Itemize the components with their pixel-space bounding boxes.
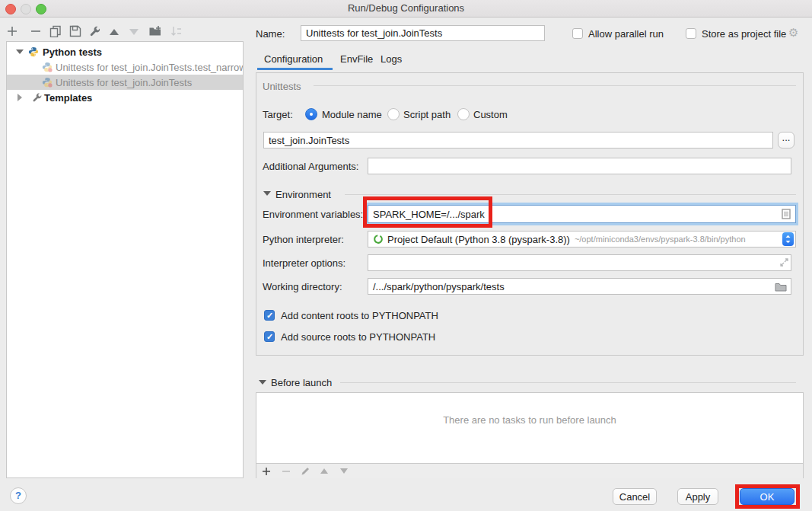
select-stepper[interactable] (782, 232, 794, 246)
environment-section-label: Environment (275, 189, 331, 200)
interpreter-options-label: Interpreter options: (263, 257, 345, 269)
expand-icon[interactable] (18, 94, 22, 101)
ok-button[interactable]: OK (740, 488, 794, 505)
folder-icon[interactable] (775, 282, 787, 292)
tree-item-label: Python tests (43, 46, 102, 58)
allow-parallel-run-label: Allow parallel run (588, 28, 664, 40)
tree-item-test-narrow[interactable]: Unittests for test_join.JoinTests.test_n… (7, 59, 243, 75)
allow-parallel-run-checkbox[interactable] (572, 28, 583, 39)
browse-button[interactable]: ... (778, 132, 794, 149)
tree-item-templates[interactable]: Templates (7, 90, 243, 105)
copy-configuration-icon[interactable] (49, 25, 62, 37)
python-test-icon (42, 77, 53, 88)
edit-templates-icon[interactable] (89, 25, 101, 37)
apply-button[interactable]: Apply (677, 488, 718, 505)
tree-item-label: Templates (44, 92, 92, 104)
move-up-icon[interactable] (110, 29, 119, 35)
before-launch-label: Before launch (271, 377, 332, 388)
additional-arguments-label: Additional Arguments: (263, 161, 358, 172)
expand-field-icon[interactable] (779, 257, 789, 267)
store-as-project-file-label: Store as project file (702, 28, 786, 40)
name-input[interactable] (301, 25, 545, 41)
tree-item-jointests-selected[interactable]: Unittests for test_join.JoinTests (7, 75, 243, 90)
module-name-input[interactable] (263, 132, 773, 149)
environment-collapse-icon[interactable] (263, 191, 271, 196)
target-custom-radio[interactable] (457, 108, 470, 120)
working-directory-input[interactable]: /.../spark/python/pyspark/tests (368, 278, 791, 295)
remove-task-icon[interactable] (282, 467, 291, 476)
store-as-project-file-checkbox[interactable] (686, 28, 696, 39)
save-configuration-icon[interactable] (69, 25, 81, 37)
target-module-name-label: Module name (322, 109, 382, 120)
unittests-section-label: Unittests (263, 81, 301, 92)
add-source-roots-checkbox[interactable] (264, 331, 275, 342)
configurations-tree: Python tests Unittests for test_join.Joi… (6, 41, 244, 478)
before-launch-empty-text: There are no tasks to run before launch (256, 414, 803, 426)
tab-configuration[interactable]: Configuration (264, 53, 323, 65)
add-task-icon[interactable] (262, 467, 271, 476)
window-title: Run/Debug Configurations (0, 0, 812, 17)
target-script-path-label: Script path (403, 109, 451, 120)
python-icon (28, 46, 39, 57)
active-tab-underline (257, 68, 333, 70)
before-launch-collapse-icon[interactable] (259, 380, 266, 385)
environment-variables-label: Environment variables: (263, 209, 363, 220)
tree-item-label: Unittests for test_join.JoinTests.test_n… (56, 62, 244, 73)
add-icon[interactable] (7, 26, 18, 37)
working-directory-label: Working directory: (263, 281, 342, 292)
python-interpreter-select[interactable]: Project Default (Python 3.8 (pyspark-3.8… (368, 231, 796, 248)
remove-icon[interactable] (30, 26, 41, 37)
python-interpreter-path: ~/opt/miniconda3/envs/pyspark-3.8/bin/py… (575, 235, 746, 244)
python-interpreter-value: Project Default (Python 3.8 (pyspark-3.8… (387, 234, 570, 245)
tree-item-label: Unittests for test_join.JoinTests (56, 77, 192, 88)
add-source-roots-label: Add source roots to PYTHONPATH (281, 331, 435, 343)
tab-envfile[interactable]: EnvFile (340, 53, 373, 65)
environment-variables-value: SPARK_HOME=/.../spark (373, 209, 485, 220)
target-custom-label: Custom (473, 109, 508, 120)
name-label: Name: (256, 28, 285, 40)
conda-environment-icon (373, 234, 384, 244)
python-test-icon (42, 62, 53, 72)
add-content-roots-label: Add content roots to PYTHONPATH (281, 310, 438, 321)
new-folder-icon[interactable] (148, 25, 162, 37)
unittests-separator (314, 85, 796, 86)
browse-variables-icon[interactable] (782, 209, 791, 219)
python-interpreter-label: Python interpreter: (263, 234, 344, 245)
cancel-button[interactable]: Cancel (613, 488, 657, 505)
edit-task-icon[interactable] (301, 466, 310, 476)
environment-variables-input[interactable]: SPARK_HOME=/.../spark (368, 205, 796, 223)
before-launch-panel: There are no tasks to run before launch (256, 392, 804, 478)
tree-item-python-tests[interactable]: Python tests (7, 44, 243, 59)
add-content-roots-checkbox[interactable] (264, 310, 275, 321)
title-bar: Run/Debug Configurations (0, 0, 812, 18)
environment-separator (345, 194, 796, 195)
move-down-icon[interactable] (129, 29, 139, 35)
run-debug-configurations-dialog: Run/Debug Configurations Python tests Un… (0, 0, 812, 511)
additional-arguments-input[interactable] (368, 158, 791, 174)
gear-icon[interactable]: ⚙ (788, 26, 798, 40)
tab-logs[interactable]: Logs (381, 53, 402, 65)
target-script-path-radio[interactable] (387, 108, 400, 120)
target-label: Target: (263, 109, 293, 120)
collapse-icon[interactable] (16, 50, 24, 54)
sort-alphabetically-icon[interactable] (170, 25, 183, 37)
working-directory-value: /.../spark/python/pyspark/tests (373, 281, 505, 292)
templates-wrench-icon (32, 92, 43, 103)
move-task-up-icon[interactable] (320, 468, 328, 474)
before-launch-separator (340, 382, 796, 383)
help-button[interactable]: ? (10, 487, 27, 504)
move-task-down-icon[interactable] (340, 468, 348, 474)
interpreter-options-input[interactable] (368, 254, 791, 271)
before-launch-toolbar (256, 463, 803, 478)
target-module-name-radio[interactable] (305, 108, 317, 120)
